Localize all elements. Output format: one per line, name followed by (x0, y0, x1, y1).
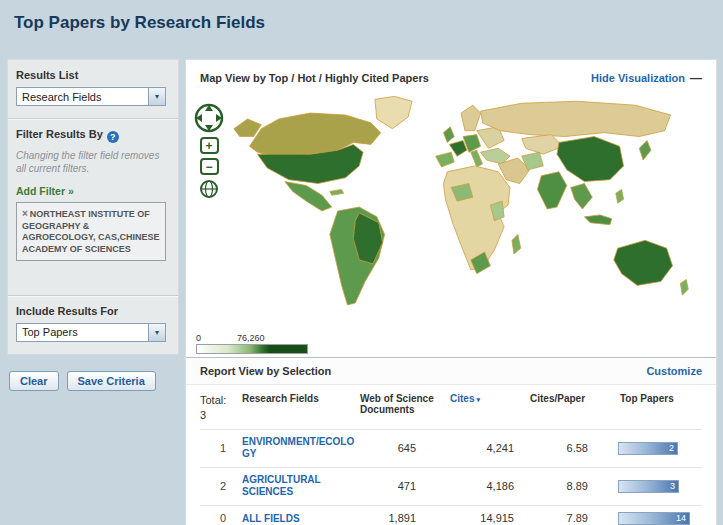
map-region: + − (186, 93, 716, 357)
region-philippines[interactable] (616, 189, 624, 203)
sort-down-icon: ▾ (476, 396, 480, 403)
top-papers-bar: 2 (618, 442, 678, 455)
legend-labels: 0 76,260 (196, 333, 308, 343)
active-filter-chip: ×NORTHEAST INSTITUTE OF GEOGRAPHY & AGRO… (16, 202, 166, 261)
region-china[interactable] (557, 137, 624, 182)
region-madagascar[interactable] (512, 234, 521, 254)
col-research-fields: Research Fields (242, 393, 360, 404)
chevron-down-icon[interactable]: ▾ (148, 88, 165, 105)
customize-link[interactable]: Customize (646, 365, 702, 377)
visualization-header: Map View by Top / Hot / Highly Cited Pap… (186, 60, 716, 93)
layout: Results List Research Fields ▾ Filter Re… (0, 59, 723, 525)
clear-button[interactable]: Clear (9, 371, 59, 391)
region-mexico[interactable] (285, 182, 332, 211)
filter-section: Filter Results By? Changing the filter f… (8, 118, 178, 295)
total-count: Total: 3 (200, 393, 242, 423)
include-results-label: Include Results For (16, 305, 170, 317)
include-results-value: Top Papers (22, 326, 78, 338)
region-australia[interactable] (614, 240, 673, 285)
row-field-cell: AGRICULTURAL SCIENCES (242, 474, 360, 499)
chevron-down-icon[interactable]: ▾ (148, 324, 165, 341)
region-new-zealand[interactable] (680, 280, 688, 296)
zoom-in-button[interactable]: + (200, 137, 219, 154)
row-rank: 1 (200, 442, 242, 454)
include-results-select[interactable]: Top Papers ▾ (16, 323, 166, 342)
sidebar-actions: Clear Save Criteria (7, 371, 179, 391)
region-alaska[interactable] (234, 119, 261, 137)
table-row: 2 AGRICULTURAL SCIENCES 471 4,186 8.89 3 (200, 468, 702, 506)
row-docs: 645 (360, 442, 450, 454)
region-uk[interactable] (443, 127, 454, 143)
include-results-section: Include Results For Top Papers ▾ (8, 295, 178, 354)
row-rank: 0 (200, 512, 242, 524)
collapse-minus-icon[interactable]: — (690, 71, 702, 85)
row-cites: 4,241 (450, 442, 522, 454)
field-link[interactable]: ENVIRONMENT/ECOLOGY (242, 436, 360, 461)
region-japan[interactable] (639, 140, 651, 160)
field-link[interactable]: AGRICULTURAL SCIENCES (242, 474, 360, 499)
hide-visualization[interactable]: Hide Visualization — (591, 71, 702, 85)
table-row: 1 ENVIRONMENT/ECOLOGY 645 4,241 6.58 2 (200, 430, 702, 468)
sidebar-column: Results List Research Fields ▾ Filter Re… (7, 59, 179, 391)
results-list-value: Research Fields (22, 91, 101, 103)
row-cites-per-paper: 8.89 (522, 480, 606, 492)
row-cites: 14,915 (450, 512, 522, 524)
col-cites-per-paper: Cites/Paper (522, 393, 606, 404)
region-canada[interactable] (250, 113, 381, 156)
region-caribbean[interactable] (330, 189, 344, 195)
map-view-title: Map View by Top / Hot / Highly Cited Pap… (200, 72, 429, 84)
top-papers-bar: 14 (618, 512, 690, 525)
filter-by-label: Filter Results By? (16, 128, 170, 143)
row-cites-per-paper: 7.89 (522, 512, 606, 524)
table-row: 0 ALL FIELDS 1,891 14,915 7.89 14 (200, 506, 702, 525)
report-table: Total: 3 Research Fields Web of Science … (186, 385, 716, 525)
world-map-choropleth[interactable] (228, 93, 698, 325)
table-header-row: Total: 3 Research Fields Web of Science … (200, 391, 702, 430)
hide-visualization-link[interactable]: Hide Visualization (591, 72, 685, 84)
region-southeast-asia[interactable] (571, 184, 593, 209)
legend-max-label: 76,260 (237, 333, 265, 343)
row-cites: 4,186 (450, 480, 522, 492)
row-top-papers-cell: 3 (606, 480, 702, 493)
filter-note: Changing the filter field removes all cu… (16, 149, 170, 175)
report-view-title: Report View by Selection (200, 365, 331, 377)
results-list-section: Results List Research Fields ▾ (8, 60, 178, 118)
top-papers-value: 2 (669, 443, 677, 453)
results-list-select[interactable]: Research Fields ▾ (16, 87, 166, 106)
help-icon[interactable]: ? (107, 131, 119, 143)
report-header: Report View by Selection Customize (186, 357, 716, 385)
top-papers-value: 3 (670, 481, 678, 491)
region-greenland[interactable] (375, 96, 412, 128)
region-russia[interactable] (481, 101, 671, 136)
total-label: Total: (200, 393, 242, 408)
main-panel: Map View by Top / Hot / Highly Cited Pap… (185, 59, 717, 525)
row-docs: 471 (360, 480, 450, 492)
map-reset-globe-icon[interactable] (199, 179, 219, 199)
region-iberia[interactable] (436, 152, 455, 167)
add-filter-link[interactable]: Add Filter » (16, 185, 74, 197)
field-link[interactable]: ALL FIELDS (242, 513, 300, 525)
row-field-cell: ENVIRONMENT/ECOLOGY (242, 436, 360, 461)
sidebar: Results List Research Fields ▾ Filter Re… (7, 59, 179, 355)
region-central-asia[interactable] (522, 135, 563, 155)
total-value: 3 (200, 408, 242, 423)
region-scandinavia[interactable] (461, 105, 481, 130)
col-cites-sortable[interactable]: Cites▾ (450, 393, 522, 404)
top-papers-value: 14 (676, 513, 689, 523)
map-pan-control[interactable] (194, 103, 224, 133)
row-top-papers-cell: 2 (606, 442, 702, 455)
row-rank: 2 (200, 480, 242, 492)
region-indonesia[interactable] (584, 215, 611, 225)
zoom-out-button[interactable]: − (200, 158, 219, 175)
save-criteria-button[interactable]: Save Criteria (67, 371, 156, 391)
map-legend: 0 76,260 (196, 333, 308, 354)
remove-filter-icon[interactable]: × (22, 208, 28, 219)
col-wos-documents: Web of Science Documents (360, 393, 450, 415)
row-docs: 1,891 (360, 512, 450, 524)
row-cites-per-paper: 6.58 (522, 442, 606, 454)
region-india[interactable] (537, 172, 566, 209)
results-list-label: Results List (16, 69, 170, 81)
active-filter-text: NORTHEAST INSTITUTE OF GEOGRAPHY & AGROE… (22, 209, 160, 254)
row-top-papers-cell: 14 (606, 512, 702, 525)
row-field-cell: ALL FIELDS (242, 512, 360, 525)
